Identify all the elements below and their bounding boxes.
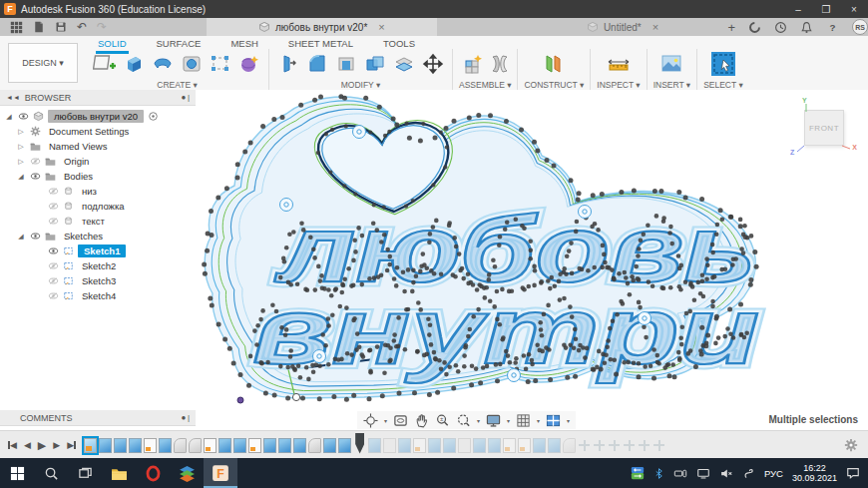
fillet-button[interactable] [304, 51, 330, 77]
timeline-feature-sketch[interactable] [248, 438, 261, 453]
timeline-feature-move[interactable] [608, 438, 621, 453]
timeline-feature-extrude[interactable] [159, 438, 172, 453]
browser-item-label[interactable]: текст [78, 216, 109, 227]
press-pull-button[interactable] [275, 51, 301, 77]
timeline-feature-sketch[interactable] [144, 438, 157, 453]
browser-close-icon[interactable]: ● | [181, 93, 190, 102]
extrude-button[interactable] [121, 51, 147, 77]
comments-header[interactable]: COMMENTS ● | [0, 410, 196, 426]
eye-icon[interactable] [18, 111, 29, 122]
minimize-button[interactable]: – [784, 0, 812, 18]
collapse-chevrons-icon[interactable]: ◄◄ [6, 94, 20, 101]
job-status-icon[interactable] [748, 21, 761, 34]
viewports-dropdown-caret[interactable]: ▾ [567, 417, 570, 424]
expand-arrow-icon[interactable]: ▷ [16, 158, 26, 166]
orbit-dropdown-caret[interactable]: ▾ [384, 417, 387, 424]
create-sketch-button[interactable] [92, 51, 118, 77]
display-tray-icon[interactable] [696, 467, 710, 480]
section-label-modify[interactable]: MODIFY ▾ [341, 80, 381, 90]
close-button[interactable]: × [840, 0, 868, 18]
browser-item-sketch1[interactable]: Sketch1 [0, 244, 196, 258]
timeline-feature-sketch[interactable] [204, 438, 217, 453]
start-button[interactable] [0, 458, 34, 488]
timeline-feature-extrude[interactable] [533, 438, 546, 453]
rectangle-pattern-button[interactable] [208, 51, 233, 77]
zoom-icon[interactable] [435, 413, 450, 428]
timeline-feature-extrude[interactable] [428, 438, 441, 453]
browser-item-origin[interactable]: ▷Origin [0, 154, 196, 169]
hole-button[interactable] [179, 51, 205, 77]
browser-item-подложка[interactable]: подложка [0, 199, 196, 214]
expand-arrow-icon[interactable]: ◢ [16, 173, 26, 181]
section-label-create[interactable]: CREATE ▾ [157, 80, 197, 90]
browser-root-row[interactable]: ◢ любовь внутри v20 [0, 109, 196, 124]
view-cube[interactable]: FRONT Y X Z [792, 102, 854, 160]
eye-off-icon[interactable] [48, 186, 59, 197]
viewports-icon[interactable] [546, 413, 561, 428]
browser-item-label[interactable]: Bodies [60, 171, 97, 182]
timeline-feature-extrude[interactable] [129, 438, 142, 453]
timeline-feature-extrude[interactable] [443, 438, 456, 453]
zoom-window-icon[interactable] [456, 413, 471, 428]
zoom-dropdown-caret[interactable]: ▾ [477, 417, 480, 424]
timeline-feature-fillet[interactable] [308, 438, 321, 453]
section-label-inspect[interactable]: INSPECT ▾ [597, 80, 640, 90]
new-tab-button[interactable]: + [727, 20, 735, 35]
eye-icon[interactable] [48, 245, 59, 256]
timeline-playhead-marker[interactable] [355, 433, 364, 454]
timeline-feature-extrude[interactable] [114, 438, 127, 453]
skip-to-start-icon[interactable]: ◀ [8, 440, 17, 450]
browser-item-bodies[interactable]: ◢Bodies [0, 169, 196, 184]
browser-item-label[interactable]: Sketches [60, 231, 107, 242]
combine-button[interactable] [362, 51, 388, 77]
browser-item-document-settings[interactable]: ▷Document Settings [0, 124, 196, 139]
root-document-label[interactable]: любовь внутри v20 [48, 110, 144, 123]
shell-button[interactable] [333, 51, 359, 77]
file-explorer-icon[interactable] [102, 458, 136, 488]
file-menu-icon[interactable] [33, 21, 45, 33]
timeline-feature-extrude[interactable] [278, 438, 291, 453]
eye-off-icon[interactable] [48, 201, 59, 212]
action-center-icon[interactable] [846, 466, 860, 480]
timeline-feature-sketch[interactable] [413, 438, 426, 453]
browser-item-label[interactable]: Sketch3 [78, 275, 120, 286]
bluetooth-icon[interactable] [653, 467, 664, 480]
section-label-assemble[interactable]: ASSEMBLE ▾ [459, 80, 511, 90]
new-component-button[interactable] [461, 51, 487, 77]
eye-off-icon[interactable] [48, 290, 59, 301]
timeline-feature-extrude[interactable] [323, 438, 336, 453]
sketch-geometry[interactable]: любовь внутри [195, 90, 868, 430]
section-label-select[interactable]: SELECT ▾ [703, 80, 743, 90]
fusion-360-taskbar-icon[interactable] [204, 458, 237, 488]
timeline-feature-move[interactable] [623, 438, 636, 453]
browser-item-named-views[interactable]: ▷Named Views [0, 139, 196, 154]
expand-arrow-icon[interactable]: ◢ [4, 113, 14, 121]
browser-item-sketches[interactable]: ◢Sketches [0, 229, 196, 244]
timeline-settings-gear-icon[interactable] [844, 438, 858, 452]
comments-close-icon[interactable]: ● | [181, 413, 190, 422]
browser-item-sketch3[interactable]: Sketch3 [0, 273, 196, 288]
timeline-feature-box[interactable] [458, 438, 471, 453]
timeline-feature-extrude[interactable] [548, 438, 561, 453]
timeline-feature-move[interactable] [578, 438, 591, 453]
taskbar-clock[interactable]: 16:22 30.09.2021 [792, 463, 837, 483]
look-at-icon[interactable] [393, 413, 408, 428]
timeline-feature-extrude[interactable] [218, 438, 231, 453]
corner-point[interactable] [292, 393, 299, 400]
coil-button[interactable] [236, 51, 262, 77]
workspace-selector[interactable]: DESIGN ▾ [8, 43, 78, 83]
construct-plane-button[interactable] [541, 51, 567, 77]
insert-canvas-button[interactable] [658, 51, 684, 77]
eye-icon[interactable] [30, 231, 41, 242]
pan-icon[interactable] [414, 413, 429, 428]
clock-icon[interactable] [774, 21, 787, 34]
eye-off-icon[interactable] [48, 216, 59, 227]
browser-item-label[interactable]: Document Settings [45, 126, 133, 137]
timeline-feature-move[interactable] [652, 438, 665, 453]
task-view-icon[interactable] [68, 458, 102, 488]
browser-item-label[interactable]: подложка [78, 201, 129, 212]
step-forward-icon[interactable]: ▶ [53, 440, 60, 450]
timeline-feature-extrude[interactable] [233, 438, 246, 453]
joint-button[interactable] [490, 51, 510, 77]
teamviewer-tray-icon[interactable] [631, 466, 645, 480]
